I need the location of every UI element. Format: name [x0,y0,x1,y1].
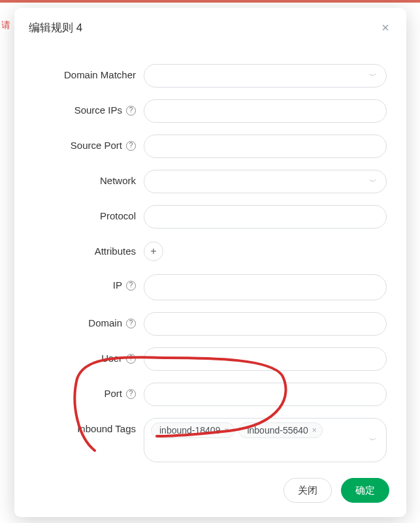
plus-icon: + [150,246,156,257]
background-truncated-text: 请 [1,20,10,31]
help-icon[interactable]: ? [126,141,136,151]
protocol-input[interactable] [144,205,387,229]
network-select[interactable]: ﹀ [144,170,387,193]
help-icon[interactable]: ? [126,354,136,364]
attributes-label: Attributes [34,240,144,262]
help-icon[interactable]: ? [126,106,136,116]
inbound-tags-label: Inbound Tags [34,418,144,440]
chevron-down-icon: ﹀ [369,435,377,446]
chevron-down-icon: ﹀ [369,176,377,187]
port-input[interactable] [144,383,387,406]
modal-body: Domain Matcher ﹀ Source IPs ? [14,44,406,469]
ip-input[interactable] [144,274,387,300]
chevron-down-icon: ﹀ [369,71,377,82]
port-label: Port ? [34,383,144,405]
modal-header: 编辑规则 4 × [14,8,406,44]
modal-footer: 关闭 确定 [14,469,406,517]
ip-label: IP ? [34,274,144,296]
user-label: User ? [34,347,144,370]
source-port-label: Source Port ? [34,135,144,157]
domain-matcher-label: Domain Matcher [34,64,144,86]
network-label: Network [34,170,144,192]
inbound-tags-input[interactable]: inbound-18409 × inbound-55640 × ﹀ [144,418,387,462]
domain-input[interactable] [144,312,387,336]
inbound-tag: inbound-18409 × [151,422,234,438]
domain-matcher-select[interactable]: ﹀ [144,64,387,87]
user-input[interactable] [144,347,387,371]
domain-label: Domain ? [34,312,144,334]
source-port-input[interactable] [144,135,387,158]
help-icon[interactable]: ? [126,389,136,399]
modal-title: 编辑规则 4 [29,20,82,35]
close-icon[interactable]: × [379,20,392,35]
remove-tag-icon[interactable]: × [312,426,317,435]
close-button[interactable]: 关闭 [283,478,332,503]
ok-button[interactable]: 确定 [341,478,389,503]
protocol-label: Protocol [34,205,144,227]
help-icon[interactable]: ? [126,319,136,328]
add-attribute-button[interactable]: + [144,242,163,261]
edit-rule-modal: 编辑规则 4 × Domain Matcher ﹀ Source IPs ? [14,8,406,517]
help-icon[interactable]: ? [126,281,136,291]
source-ips-input[interactable] [144,99,387,123]
source-ips-label: Source IPs ? [34,99,144,121]
remove-tag-icon[interactable]: × [224,426,229,435]
inbound-tag: inbound-55640 × [238,422,322,438]
